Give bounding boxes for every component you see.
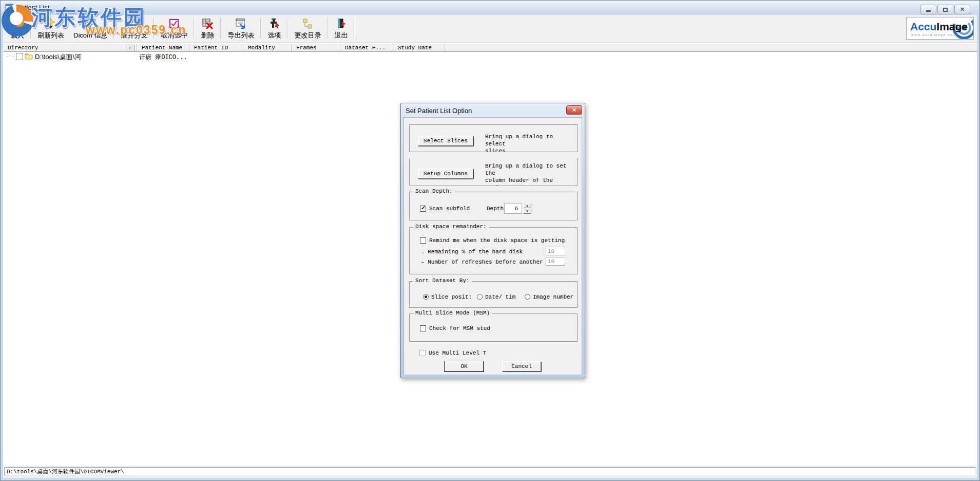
cancel-button[interactable]: Cancel [502,361,541,372]
ok-button[interactable]: OK [445,361,484,372]
column-header-study-date[interactable]: Study Date [393,44,445,51]
brand-name: AccuImage [910,21,968,33]
disk-space-remind-checkbox[interactable] [420,237,426,244]
options-icon [267,17,281,30]
close-button[interactable]: ✕ [954,5,970,14]
export-list-icon [234,17,247,30]
multi-slice-group-title: Multi Slice Mode (MSM) [413,310,492,316]
disk-space-remind-label: Remind me when the disk space is getting [429,237,565,244]
toolbar-separator [113,18,114,39]
scan-subfolder-checkbox[interactable] [420,206,426,212]
column-header-patient-id[interactable]: Patient ID [189,44,243,51]
toolbar-separator [327,18,328,39]
scan-depth-group-title: Scan Depth: [413,188,455,194]
folder-icon [25,53,33,60]
spinner-down-button[interactable]: ▼ [523,209,531,214]
window-frame-bottom [1,478,979,480]
toolbar-button-options[interactable]: 选项 [263,15,285,42]
sort-date-time-label: Date/ tim [485,294,515,300]
delete-icon [201,17,214,30]
depth-label: Depth [487,206,504,212]
close-icon: ✕ [572,107,577,113]
brand-website: www.accuimage.com [911,33,956,36]
dialog-close-button[interactable]: ✕ [566,105,582,115]
list-item[interactable]: D:\tools\桌面\河 讦砑 瘴DICO... [3,52,977,61]
accuimage-logo: AccuImage www.accuimage.com [906,17,974,40]
dialog-titlebar: Set Patient List Option ✕ [403,105,583,117]
maximize-button[interactable] [937,5,953,14]
column-header-frames[interactable]: Frames [292,44,340,51]
column-header-blank [445,44,977,51]
column-header-patient-name[interactable]: Patient Name [137,44,189,51]
depth-spinner: ▲ ▼ [523,203,531,214]
titlebar: Patient List ✕ [1,1,979,15]
toolbar-separator [30,18,31,39]
toolbar-button-dicom-info[interactable]: Dicom 信息 [69,15,112,42]
dicom-info-icon [84,17,97,30]
use-multi-level-checkbox [419,350,426,356]
window-title: Patient List [16,4,49,11]
toolbar-separator [287,18,288,39]
sort-dataset-group-title: Sort Dataset By: [413,278,472,284]
change-directory-icon [301,17,314,30]
disk-space-group-title: Disk space remainder: [413,224,489,230]
multi-slice-mode-group: Multi Slice Mode (MSM) Check for MSM stu… [409,313,578,342]
toolbar-button-refresh-list[interactable]: 刷新列表 [33,15,69,42]
use-multi-level-label: Use Multi Level T [429,350,486,356]
toolbar-button-deselect[interactable]: 取消选中 [156,15,192,42]
exit-icon [334,17,348,30]
refreshes-input [546,257,565,266]
row-checkbox[interactable] [16,53,23,60]
minimize-button[interactable] [920,5,936,14]
setup-columns-button[interactable]: Setup Columns [418,169,473,179]
row-patient-name: 讦砑 瘴DICO... [139,53,187,62]
close-icon: ✕ [960,7,965,12]
disk-space-group: Disk space remainder: Remind me when the… [409,227,578,274]
window-frame-right [977,15,979,480]
setup-columns-description: Bring up a dialog to set the column head… [485,162,575,186]
sort-indicator-button[interactable]: ▽ [125,45,135,51]
app-icon [5,4,13,12]
load-icon [11,17,24,30]
deselect-icon [167,17,181,30]
toolbar-separator [260,18,261,39]
caption-buttons: ✕ [920,5,970,14]
toolbar-button-expand-branch[interactable]: 展开分支 [116,15,152,42]
column-header-directory[interactable]: Directory ▽ [3,44,137,51]
scan-subfolder-label: Scan subfold [429,206,470,212]
row-directory: D:\tools\桌面\河 [35,52,81,62]
check-msm-label: Check for MSM stud [429,325,490,331]
remaining-percent-label: - Remaining % of the hard disk [421,249,523,255]
column-header-modality[interactable]: Modality [243,44,292,51]
sort-date-time-radio[interactable] [477,294,483,300]
toolbar-separator [194,18,195,39]
toolbar: 载入 刷新列表 Dicom 信息 [3,15,977,43]
select-slices-description: Bring up a dialog to select slices from … [485,133,575,152]
sort-dataset-group: Sort Dataset By: Slice posit: Date/ tim … [409,281,578,308]
depth-input[interactable] [504,203,522,214]
select-slices-group: Select Slices Bring up a dialog to selec… [409,124,578,152]
spinner-up-button[interactable]: ▲ [523,203,531,208]
select-slices-button[interactable]: Select Slices [418,136,473,146]
toolbar-button-delete[interactable]: 删除 [196,15,219,42]
sort-slice-position-label: Slice posit: [431,294,472,300]
toolbar-separator [354,18,355,39]
remaining-percent-input [546,247,565,255]
toolbar-button-export-list[interactable]: 导出列表 [223,15,259,42]
refresh-list-icon [44,17,57,30]
refreshes-label: - Number of refreshes before another [421,259,543,265]
expand-branch-icon [127,17,141,30]
toolbar-button-change-directory[interactable]: 更改目录 [290,15,325,42]
set-patient-list-option-dialog: Set Patient List Option ✕ Select Slices … [400,103,585,378]
toolbar-button-exit[interactable]: 退出 [330,15,352,42]
check-msm-checkbox[interactable] [420,325,426,331]
sort-image-number-radio[interactable] [525,294,530,300]
toolbar-separator [220,18,221,39]
patient-list-window: Patient List ✕ 载入 刷新列表 [0,0,980,481]
setup-columns-group: Setup Columns Bring up a dialog to set t… [409,158,578,186]
maximize-icon [943,8,948,12]
sort-slice-position-radio[interactable] [423,294,429,300]
toolbar-button-load[interactable]: 载入 [6,15,29,42]
column-header-dataset-f[interactable]: Dataset F... [340,44,393,51]
scan-depth-group: Scan Depth: Scan subfold Depth ▲ ▼ [409,192,578,220]
